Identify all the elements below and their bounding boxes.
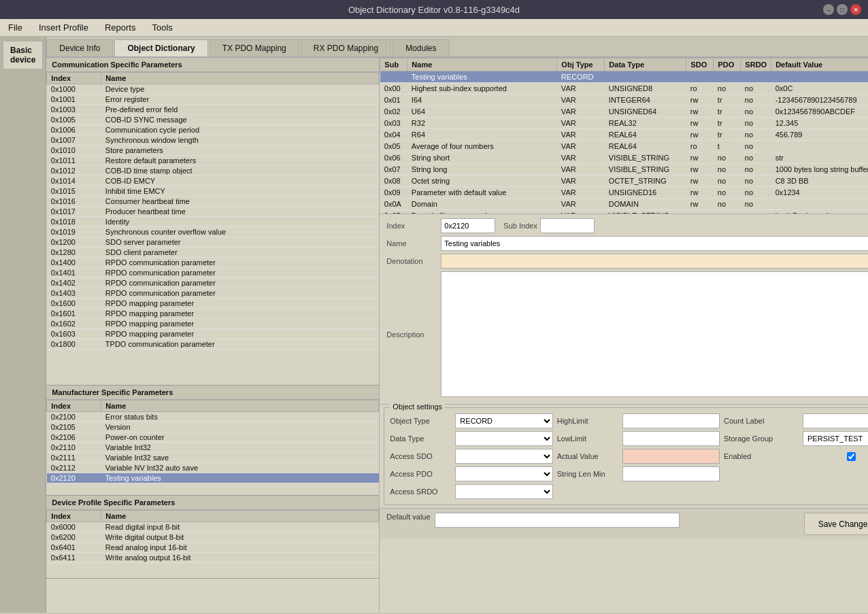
table-row[interactable]: 0x1400RPDO communication parameter [47, 258, 379, 268]
low-limit-input[interactable] [622, 431, 720, 446]
close-button[interactable]: ✕ [850, 4, 861, 15]
table-row[interactable]: 0x1015Inhibit time EMCY [47, 186, 379, 197]
table-row[interactable]: 0x1014COB-ID EMCY [47, 176, 379, 186]
row-data-type [605, 71, 686, 83]
count-label-select[interactable] [803, 413, 868, 428]
comm-table: Index Name 0x1000Device type0x1001Error … [46, 72, 379, 349]
table-row[interactable]: 0x1200SDO server parameter [47, 237, 379, 248]
table-row[interactable]: 0x1017Producer heartbeat time [47, 207, 379, 217]
table-row[interactable]: 0x1018Identity [47, 217, 379, 227]
enabled-checkbox[interactable] [803, 452, 868, 461]
row-name: String long [407, 164, 557, 175]
index-input[interactable] [441, 218, 495, 233]
table-row[interactable]: 0x2100Error status bits [47, 412, 379, 422]
access-sdo-select[interactable] [455, 449, 552, 464]
row-name: SDO server parameter [101, 237, 379, 248]
content-area: Communication Specific Parameters Index … [46, 58, 868, 613]
row-name: Write analog output 16-bit [101, 553, 379, 563]
row-name: COB-ID SYNC message [101, 115, 379, 125]
name-input[interactable] [441, 236, 868, 251]
table-row[interactable]: 0x0A Domain VAR DOMAIN rw no no [380, 199, 868, 210]
access-pdo-select[interactable] [455, 466, 552, 481]
table-row[interactable]: 0x1602RPDO mapping parameter [47, 319, 379, 329]
table-row[interactable]: 0x6000Read digital input 8-bit [47, 522, 379, 532]
table-row[interactable]: 0x1600RPDO mapping parameter [47, 299, 379, 309]
table-row[interactable]: 0x1006Communication cycle period [47, 125, 379, 135]
menu-file[interactable]: File [5, 21, 25, 34]
row-default: 0x0C [771, 83, 868, 95]
access-srdo-select[interactable] [455, 484, 552, 499]
table-row[interactable]: 0x1280SDO client parameter [47, 248, 379, 258]
table-row[interactable]: 0x05 Average of four numbers VAR REAL64 … [380, 141, 868, 152]
table-row[interactable]: 0x1003Pre-defined error field [47, 105, 379, 115]
table-row[interactable]: 0x09 Parameter with default value VAR UN… [380, 187, 868, 199]
table-row[interactable]: 0x1016Consumer heartbeat time [47, 197, 379, 207]
table-row[interactable]: 0x2112Variable NV Int32 auto save [47, 463, 379, 473]
maximize-button[interactable]: □ [837, 4, 848, 15]
table-row[interactable]: 0x2111Variable Int32 save [47, 453, 379, 463]
menu-tools[interactable]: Tools [149, 21, 175, 34]
comm-scroll[interactable]: Index Name 0x1000Device type0x1001Error … [46, 72, 379, 385]
table-row[interactable]: 0x00 Highest sub-index supported VAR UNS… [380, 83, 868, 95]
table-row[interactable]: 0x1800TPDO communication parameter [47, 339, 379, 349]
table-row[interactable]: 0x04 R64 VAR REAL64 rw tr no 456.789 [380, 129, 868, 141]
table-row[interactable]: 0x08 Octet string VAR OCTET_STRING rw no… [380, 175, 868, 187]
table-row[interactable]: 0x2105Version [47, 422, 379, 432]
table-row[interactable]: 0x1000Device type [47, 84, 379, 95]
denotation-input[interactable] [441, 254, 868, 269]
table-row[interactable]: 0x6401Read analog input 16-bit [47, 543, 379, 553]
table-row[interactable]: 0x1005COB-ID SYNC message [47, 115, 379, 125]
default-value-input[interactable] [435, 513, 680, 528]
table-row[interactable]: 0x1403RPDO communication parameter [47, 288, 379, 299]
table-row[interactable]: 0x1010Store parameters [47, 146, 379, 156]
row-index: 0x1603 [47, 329, 101, 339]
save-changes-button[interactable]: Save Changes 💾 [804, 513, 868, 535]
table-row[interactable]: 0x1007Synchronous window length [47, 135, 379, 146]
subindex-input[interactable] [540, 218, 595, 233]
obj-type-select[interactable]: RECORDVARARRAY [455, 413, 552, 428]
table-row[interactable]: 0x2120Testing variables [47, 473, 379, 483]
table-row[interactable]: 0x2106Power-on counter [47, 432, 379, 443]
tab-device-info[interactable]: Device Info [46, 39, 113, 56]
table-row[interactable]: 0x1603RPDO mapping parameter [47, 329, 379, 339]
table-row[interactable]: 0x1601RPDO mapping parameter [47, 309, 379, 319]
table-row[interactable]: 0x06 String short VAR VISIBLE_STRING rw … [380, 152, 868, 164]
table-row[interactable]: 0x03 R32 VAR REAL32 rw tr no 12.345 [380, 118, 868, 129]
table-row[interactable]: 0x6411Write analog output 16-bit [47, 553, 379, 563]
table-row[interactable]: 0x1012COB-ID time stamp object [47, 166, 379, 176]
table-row[interactable]: 0x2110Variable Int32 [47, 443, 379, 453]
table-row[interactable]: 0x1019Synchronous counter overflow value [47, 227, 379, 237]
row-sdo: rw [686, 199, 714, 210]
row-obj-type: RECORD [557, 71, 605, 83]
table-row[interactable]: 0x07 String long VAR VISIBLE_STRING rw n… [380, 164, 868, 175]
high-limit-input[interactable] [622, 413, 720, 428]
table-row[interactable]: 0x02 U64 VAR UNSIGNED64 rw tr no 0x12345… [380, 106, 868, 118]
tab-rx-pdo-mapping[interactable]: RX PDO Mapping [301, 39, 391, 56]
table-row[interactable]: Testing variables RECORD [380, 71, 868, 83]
low-limit-label: LowLimit [557, 434, 618, 443]
table-row[interactable]: 0x1402RPDO communication parameter [47, 278, 379, 288]
tab-tx-pdo-mapping[interactable]: TX PDO Mapping [210, 39, 299, 56]
table-row[interactable]: 0x1401RPDO communication parameter [47, 268, 379, 278]
table-row[interactable]: 0x1001Error register [47, 95, 379, 105]
minimize-button[interactable]: – [823, 4, 834, 15]
storage-group-select[interactable]: PERSIST_TESTRAMEEPROM [803, 431, 868, 446]
actual-value-input[interactable] [622, 449, 720, 464]
menu-reports[interactable]: Reports [102, 21, 139, 34]
main-table-area[interactable]: Sub Name Obj Type Data Type SDO PDO SRDO… [380, 58, 868, 214]
table-row[interactable]: 0x01 I64 VAR INTEGER64 rw tr no -1234567… [380, 95, 868, 106]
table-row[interactable]: 0x1011Restore default parameters [47, 156, 379, 166]
string-len-min-input[interactable] [622, 466, 720, 481]
row-index: 0x1006 [47, 125, 101, 135]
sidebar-item-basic-device[interactable]: Basic device [3, 41, 43, 69]
table-row[interactable]: 0x6200Write digital output 8-bit [47, 532, 379, 543]
mfr-scroll[interactable]: Index Name 0x2100Error status bits0x2105… [46, 400, 379, 495]
menu-insert-profile[interactable]: Insert Profile [36, 21, 91, 34]
row-sdo: rw [686, 106, 714, 118]
data-type-select[interactable] [455, 431, 552, 446]
tab-modules[interactable]: Modules [393, 39, 449, 56]
tab-object-dictionary[interactable]: Object Dictionary [114, 39, 207, 56]
description-textarea[interactable] [441, 271, 868, 397]
row-data-type: REAL32 [605, 118, 686, 129]
dev-scroll[interactable]: Index Name 0x6000Read digital input 8-bi… [46, 510, 379, 578]
